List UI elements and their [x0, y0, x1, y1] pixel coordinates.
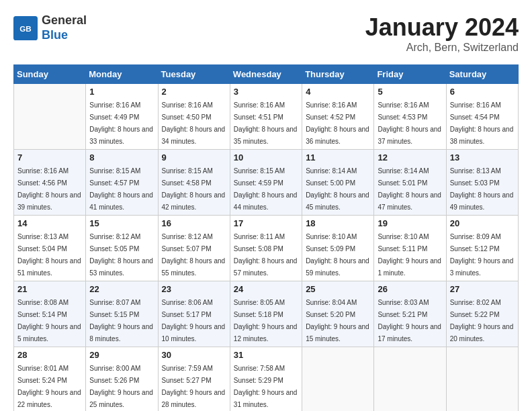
weekday-header: Monday — [86, 65, 158, 84]
calendar-cell: 30 Sunrise: 7:59 AMSunset: 5:27 PMDaylig… — [158, 347, 230, 412]
calendar-cell — [302, 347, 374, 412]
day-info: Sunrise: 8:01 AMSunset: 5:24 PMDaylight:… — [17, 365, 81, 408]
day-number: 24 — [234, 284, 298, 294]
calendar-week: 14 Sunrise: 8:13 AMSunset: 5:04 PMDaylig… — [14, 216, 519, 281]
calendar-cell: 18 Sunrise: 8:10 AMSunset: 5:09 PMDaylig… — [302, 216, 374, 281]
calendar-cell: 31 Sunrise: 7:58 AMSunset: 5:29 PMDaylig… — [230, 347, 302, 412]
calendar-cell: 19 Sunrise: 8:10 AMSunset: 5:11 PMDaylig… — [374, 216, 446, 281]
day-info: Sunrise: 8:06 AMSunset: 5:17 PMDaylight:… — [162, 299, 226, 342]
day-number: 21 — [17, 284, 82, 294]
calendar-week: 28 Sunrise: 8:01 AMSunset: 5:24 PMDaylig… — [14, 347, 519, 412]
calendar-cell: 26 Sunrise: 8:03 AMSunset: 5:21 PMDaylig… — [374, 281, 446, 347]
calendar-cell: 9 Sunrise: 8:15 AMSunset: 4:58 PMDayligh… — [158, 150, 230, 216]
logo-icon: GB — [13, 16, 38, 40]
day-info: Sunrise: 8:13 AMSunset: 5:03 PMDaylight:… — [450, 167, 514, 211]
logo-text: General Blue — [42, 13, 87, 42]
calendar-cell: 28 Sunrise: 8:01 AMSunset: 5:24 PMDaylig… — [14, 347, 86, 412]
day-number: 13 — [450, 152, 515, 163]
calendar-cell — [14, 84, 86, 150]
calendar-cell: 22 Sunrise: 8:07 AMSunset: 5:15 PMDaylig… — [86, 281, 158, 347]
calendar-cell: 7 Sunrise: 8:16 AMSunset: 4:56 PMDayligh… — [14, 150, 86, 216]
calendar-cell: 3 Sunrise: 8:16 AMSunset: 4:51 PMDayligh… — [230, 84, 302, 150]
day-number: 11 — [306, 152, 370, 163]
day-info: Sunrise: 8:14 AMSunset: 5:00 PMDaylight:… — [306, 167, 369, 211]
calendar-cell: 27 Sunrise: 8:02 AMSunset: 5:22 PMDaylig… — [446, 281, 518, 347]
day-info: Sunrise: 8:16 AMSunset: 4:52 PMDaylight:… — [306, 101, 369, 145]
day-number: 1 — [89, 87, 154, 97]
calendar-cell: 12 Sunrise: 8:14 AMSunset: 5:01 PMDaylig… — [374, 150, 446, 216]
day-info: Sunrise: 8:10 AMSunset: 5:11 PMDaylight:… — [378, 233, 441, 277]
day-info: Sunrise: 8:16 AMSunset: 4:51 PMDaylight:… — [234, 101, 298, 145]
day-number: 18 — [306, 218, 370, 228]
day-info: Sunrise: 8:03 AMSunset: 5:21 PMDaylight:… — [378, 299, 441, 342]
day-info: Sunrise: 8:07 AMSunset: 5:15 PMDaylight:… — [89, 299, 153, 342]
day-info: Sunrise: 8:11 AMSunset: 5:08 PMDaylight:… — [234, 233, 298, 277]
calendar-cell: 25 Sunrise: 8:04 AMSunset: 5:20 PMDaylig… — [302, 281, 374, 347]
weekday-header: Friday — [374, 65, 446, 84]
day-number: 28 — [17, 350, 82, 360]
day-info: Sunrise: 8:15 AMSunset: 4:59 PMDaylight:… — [234, 167, 298, 211]
day-number: 8 — [89, 152, 154, 163]
day-info: Sunrise: 8:12 AMSunset: 5:05 PMDaylight:… — [89, 233, 153, 277]
day-number: 27 — [450, 284, 515, 294]
calendar-cell: 23 Sunrise: 8:06 AMSunset: 5:17 PMDaylig… — [158, 281, 230, 347]
calendar-cell — [446, 347, 518, 412]
calendar-cell: 2 Sunrise: 8:16 AMSunset: 4:50 PMDayligh… — [158, 84, 230, 150]
day-number: 17 — [234, 218, 298, 228]
calendar-cell: 21 Sunrise: 8:08 AMSunset: 5:14 PMDaylig… — [14, 281, 86, 347]
calendar-week: 7 Sunrise: 8:16 AMSunset: 4:56 PMDayligh… — [14, 150, 519, 216]
calendar-cell: 24 Sunrise: 8:05 AMSunset: 5:18 PMDaylig… — [230, 281, 302, 347]
day-info: Sunrise: 8:00 AMSunset: 5:26 PMDaylight:… — [89, 365, 153, 408]
day-number: 25 — [306, 284, 370, 294]
day-number: 22 — [89, 284, 154, 294]
day-info: Sunrise: 8:16 AMSunset: 4:54 PMDaylight:… — [450, 101, 514, 145]
day-number: 20 — [450, 218, 515, 228]
calendar-cell: 29 Sunrise: 8:00 AMSunset: 5:26 PMDaylig… — [86, 347, 158, 412]
day-info: Sunrise: 8:09 AMSunset: 5:12 PMDaylight:… — [450, 233, 514, 277]
logo: GB General Blue — [13, 13, 87, 42]
day-number: 6 — [450, 87, 515, 97]
day-info: Sunrise: 8:04 AMSunset: 5:20 PMDaylight:… — [306, 299, 369, 342]
calendar-cell: 14 Sunrise: 8:13 AMSunset: 5:04 PMDaylig… — [14, 216, 86, 281]
day-info: Sunrise: 8:16 AMSunset: 4:56 PMDaylight:… — [17, 167, 81, 211]
location: Arch, Bern, Switzerland — [365, 42, 519, 54]
day-number: 31 — [234, 350, 298, 360]
day-number: 9 — [162, 152, 226, 163]
weekday-header: Saturday — [446, 65, 518, 84]
calendar-cell: 5 Sunrise: 8:16 AMSunset: 4:53 PMDayligh… — [374, 84, 446, 150]
day-number: 23 — [162, 284, 226, 294]
day-number: 19 — [378, 218, 442, 228]
day-info: Sunrise: 8:16 AMSunset: 4:50 PMDaylight:… — [162, 101, 226, 145]
day-number: 2 — [162, 87, 226, 97]
day-number: 26 — [378, 284, 442, 294]
day-number: 15 — [89, 218, 154, 228]
calendar-week: 21 Sunrise: 8:08 AMSunset: 5:14 PMDaylig… — [14, 281, 519, 347]
day-number: 30 — [162, 350, 226, 360]
calendar-cell — [374, 347, 446, 412]
day-info: Sunrise: 8:14 AMSunset: 5:01 PMDaylight:… — [378, 167, 441, 211]
svg-text:GB: GB — [19, 24, 32, 33]
day-number: 29 — [89, 350, 154, 360]
month-title: January 2024 — [365, 13, 519, 42]
page-header: GB General Blue January 2024 Arch, Bern,… — [13, 13, 519, 54]
day-number: 7 — [17, 152, 82, 163]
day-info: Sunrise: 8:08 AMSunset: 5:14 PMDaylight:… — [17, 299, 81, 342]
day-info: Sunrise: 8:05 AMSunset: 5:18 PMDaylight:… — [234, 299, 298, 342]
calendar-table: SundayMondayTuesdayWednesdayThursdayFrid… — [13, 64, 519, 411]
calendar-cell: 15 Sunrise: 8:12 AMSunset: 5:05 PMDaylig… — [86, 216, 158, 281]
calendar-cell: 10 Sunrise: 8:15 AMSunset: 4:59 PMDaylig… — [230, 150, 302, 216]
title-block: January 2024 Arch, Bern, Switzerland — [365, 13, 519, 54]
calendar-cell: 13 Sunrise: 8:13 AMSunset: 5:03 PMDaylig… — [446, 150, 518, 216]
day-info: Sunrise: 8:10 AMSunset: 5:09 PMDaylight:… — [306, 233, 369, 277]
day-number: 14 — [17, 218, 82, 228]
day-number: 16 — [162, 218, 226, 228]
calendar-cell: 16 Sunrise: 8:12 AMSunset: 5:07 PMDaylig… — [158, 216, 230, 281]
calendar-header: SundayMondayTuesdayWednesdayThursdayFrid… — [14, 65, 519, 84]
calendar-cell: 20 Sunrise: 8:09 AMSunset: 5:12 PMDaylig… — [446, 216, 518, 281]
day-info: Sunrise: 8:15 AMSunset: 4:57 PMDaylight:… — [89, 167, 153, 211]
calendar-cell: 11 Sunrise: 8:14 AMSunset: 5:00 PMDaylig… — [302, 150, 374, 216]
calendar-cell: 8 Sunrise: 8:15 AMSunset: 4:57 PMDayligh… — [86, 150, 158, 216]
day-info: Sunrise: 8:02 AMSunset: 5:22 PMDaylight:… — [450, 299, 514, 342]
day-info: Sunrise: 8:12 AMSunset: 5:07 PMDaylight:… — [162, 233, 226, 277]
weekday-header: Thursday — [302, 65, 374, 84]
